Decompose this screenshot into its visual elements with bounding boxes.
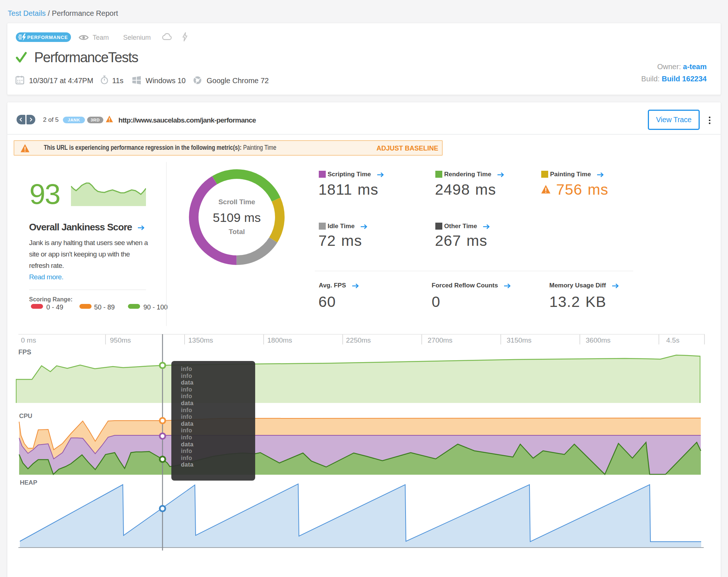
svg-text:3150ms: 3150ms [507,336,532,344]
svg-text:0 ms: 0 ms [21,336,36,344]
svg-text:4.5s: 4.5s [666,336,679,344]
svg-text:2700ms: 2700ms [428,336,453,344]
svg-text:1800ms: 1800ms [267,336,292,344]
svg-text:CPU: CPU [19,413,32,420]
svg-text:3600ms: 3600ms [586,336,611,344]
svg-text:HEAP: HEAP [20,479,37,486]
svg-text:FPS: FPS [18,348,31,356]
svg-text:950ms: 950ms [110,336,131,344]
svg-text:2250ms: 2250ms [346,336,371,344]
svg-text:1350ms: 1350ms [188,336,213,344]
